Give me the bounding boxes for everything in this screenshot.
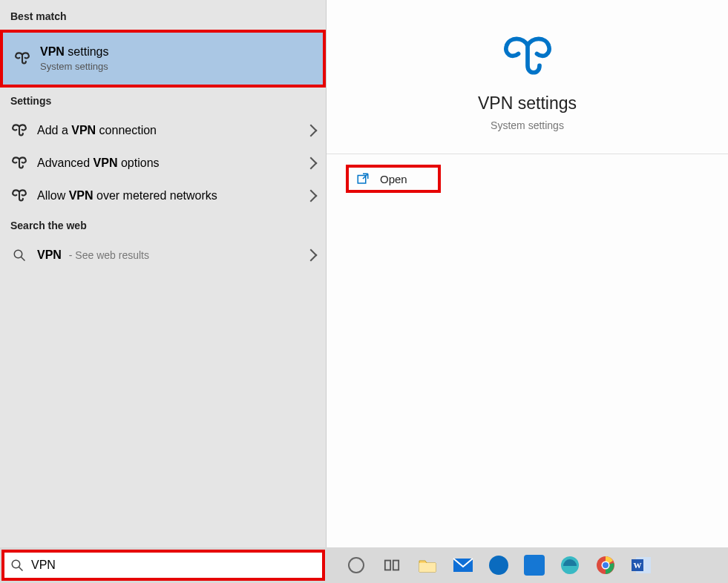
taskbar-search-box[interactable] [1, 550, 325, 581]
edge-button[interactable] [552, 547, 588, 583]
mail-icon [453, 556, 473, 574]
svg-line-4 [19, 567, 22, 570]
cortana-icon [348, 557, 364, 573]
app-tile-button[interactable] [517, 547, 552, 583]
chevron-right-icon [305, 190, 318, 202]
svg-line-1 [21, 257, 24, 260]
svg-point-12 [603, 562, 609, 568]
best-match-vpn-settings[interactable]: VPN settings System settings [0, 30, 326, 88]
open-label: Open [380, 173, 407, 185]
result-title: Allow VPN over metered networks [37, 189, 306, 202]
best-match-subtitle: System settings [40, 61, 312, 72]
app-tile-icon [524, 555, 545, 576]
word-icon: W [631, 556, 652, 575]
mail-button[interactable] [445, 547, 481, 583]
taskbar: W [0, 547, 728, 583]
settings-item-add-vpn[interactable]: Add a VPN connection [0, 114, 326, 147]
dell-app-button[interactable] [481, 547, 517, 583]
web-result-vpn[interactable]: VPN - See web results [0, 239, 326, 271]
vpn-icon-large [504, 36, 551, 77]
svg-point-0 [14, 250, 22, 258]
file-explorer-button[interactable] [410, 547, 445, 583]
chevron-right-icon [305, 249, 318, 262]
open-icon [356, 172, 370, 185]
results-left-pane: Best match VPN settings System settings … [0, 0, 327, 547]
section-best-match: Best match [0, 3, 326, 30]
section-settings: Settings [0, 88, 326, 114]
chrome-icon [596, 556, 615, 575]
detail-header: VPN settings System settings [327, 0, 728, 154]
open-button[interactable]: Open [346, 165, 441, 193]
cortana-button[interactable] [338, 547, 374, 583]
result-title: VPN - See web results [37, 248, 306, 262]
svg-text:W: W [634, 561, 642, 570]
detail-subtitle: System settings [491, 119, 564, 131]
task-view-button[interactable] [374, 547, 410, 583]
detail-pane: VPN settings System settings Open [327, 0, 728, 547]
svg-rect-6 [393, 561, 399, 570]
chrome-button[interactable] [588, 547, 623, 583]
search-input[interactable] [31, 559, 316, 572]
edge-icon [560, 556, 580, 575]
result-title: Advanced VPN options [37, 157, 306, 170]
chevron-right-icon [305, 125, 318, 137]
search-results-window: Best match VPN settings System settings … [0, 0, 728, 547]
task-view-icon [384, 557, 400, 573]
vpn-icon [10, 156, 28, 171]
section-web: Search the web [0, 212, 326, 239]
search-icon [10, 559, 24, 572]
vpn-icon [13, 51, 31, 66]
result-title: Add a VPN connection [37, 124, 306, 137]
search-icon [10, 248, 28, 262]
svg-point-3 [12, 560, 20, 568]
vpn-icon [10, 188, 28, 203]
vpn-icon [10, 123, 28, 138]
folder-icon [418, 556, 437, 574]
word-button[interactable]: W [623, 547, 659, 583]
dell-icon [489, 556, 508, 575]
best-match-title: VPN settings [40, 45, 312, 59]
settings-item-advanced-vpn[interactable]: Advanced VPN options [0, 147, 326, 179]
settings-item-metered-vpn[interactable]: Allow VPN over metered networks [0, 179, 326, 212]
chevron-right-icon [305, 157, 318, 170]
svg-rect-7 [419, 563, 436, 572]
svg-rect-5 [385, 561, 390, 570]
detail-title: VPN settings [478, 93, 577, 113]
